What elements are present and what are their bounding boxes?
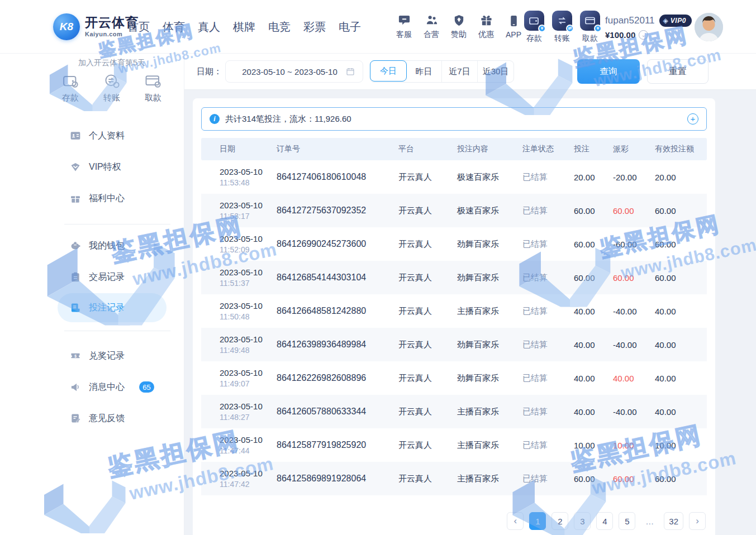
nav-live[interactable]: 真人 — [198, 20, 220, 35]
main-nav: 首页 体育 真人 棋牌 电竞 彩票 电子 — [127, 0, 361, 54]
range-7days-button[interactable]: 近7日 — [442, 61, 478, 82]
filter-bar: 日期： 2023-05-10 ~ 2023-05-10 今日 昨日 近7日 近3… — [184, 54, 756, 90]
pagination: ‹ 1 2 3 4 5 … 32 › — [201, 512, 707, 530]
date-range-value: 2023-05-10 ~ 2023-05-10 — [234, 67, 346, 77]
range-yesterday-button[interactable]: 昨日 — [406, 61, 442, 82]
sidebar-item-welfare[interactable]: 福利中心 — [58, 184, 167, 213]
header-quick-icons: 客服 合营 赞助 优惠 APP — [393, 0, 524, 54]
card-3d-icon: ¥ — [580, 11, 600, 31]
table-row: 2023-05-1011:47:42 864125869891928064 开云… — [201, 462, 707, 495]
nav-home[interactable]: 首页 — [127, 20, 150, 35]
deposit-badge-icon: ¥ — [538, 25, 546, 32]
svg-text:$: $ — [74, 354, 77, 359]
table-row: 2023-05-1011:53:48 864127406180610048 开云… — [201, 160, 707, 194]
piggy-bank-icon — [70, 240, 81, 251]
partners-icon — [425, 14, 438, 27]
sidebar-item-transactions[interactable]: 交易记录 — [58, 262, 167, 292]
bet-record-icon — [70, 302, 81, 313]
range-30days-button[interactable]: 近30日 — [478, 61, 513, 82]
deposit-button[interactable]: ¥ 存款 — [523, 11, 545, 44]
sidebar-item-prize-records[interactable]: $ 兑奖记录 — [58, 341, 167, 370]
nav-sports[interactable]: 体育 — [163, 20, 185, 35]
pagination-page-2[interactable]: 2 — [551, 512, 568, 530]
sidebar-deposit-button[interactable]: 存款 — [54, 73, 87, 103]
transfer-icon — [103, 73, 120, 89]
sponsor-label: 赞助 — [451, 30, 467, 40]
pagination-page-1[interactable]: 1 — [529, 512, 546, 530]
records-card: i 共计314笔投注，流水：11,926.60 + 日期 订单号 平台 投注内容… — [193, 98, 715, 535]
nav-lottery[interactable]: 彩票 — [303, 20, 326, 35]
username: fupan52011 — [605, 15, 655, 26]
phone-icon — [507, 15, 520, 27]
withdraw-badge-icon: ¥ — [594, 25, 602, 32]
wallet-actions: ¥ 存款 ⇄ 转账 ¥ 取款 — [523, 0, 601, 54]
table-row: 2023-05-1011:49:07 864126226982608896 开云… — [201, 361, 707, 395]
partners-button[interactable]: 合营 — [421, 14, 442, 40]
promotions-button[interactable]: 优惠 — [476, 14, 497, 40]
id-card-icon — [70, 130, 81, 141]
nav-electronic[interactable]: 电子 — [339, 20, 361, 35]
table-row: 2023-05-1011:47:44 864125877919825920 开云… — [201, 428, 707, 462]
transfer-3d-icon: ⇄ — [552, 11, 572, 31]
sidebar-divider — [64, 224, 170, 224]
app-label: APP — [506, 30, 521, 39]
sidebar-item-bet-records[interactable]: 投注记录 — [58, 293, 167, 322]
pagination-page-32[interactable]: 32 — [664, 512, 683, 530]
clipboard-icon — [70, 271, 81, 283]
sidebar-divider — [64, 331, 170, 331]
vip-badge[interactable]: ◈ VIP0 — [659, 15, 692, 27]
sidebar: 加入开云体育第5天 存款 转账 取款 个人资料 VIP特权 福利中心 我的钱包 … — [0, 54, 184, 535]
pagination-page-5[interactable]: 5 — [619, 512, 635, 530]
withdraw-button[interactable]: ¥ 取款 — [579, 11, 601, 44]
pagination-next[interactable]: › — [689, 512, 706, 530]
sidebar-quick-actions: 存款 转账 取款 — [54, 73, 170, 103]
summary-bar: i 共计314笔投注，流水：11,926.60 + — [201, 107, 707, 131]
summary-text: 共计314笔投注，流水：11,926.60 — [225, 114, 682, 125]
date-range-input[interactable]: 2023-05-10 ~ 2023-05-10 — [225, 60, 363, 83]
avatar[interactable] — [695, 13, 723, 41]
pagination-page-4[interactable]: 4 — [596, 512, 613, 530]
vip-diamond-icon — [70, 161, 81, 173]
pagination-page-3[interactable]: 3 — [574, 512, 591, 530]
deposit-label: 存款 — [526, 34, 542, 44]
sidebar-transfer-button[interactable]: 转账 — [95, 73, 129, 103]
table-row: 2023-05-1011:48:27 864126057880633344 开云… — [201, 395, 707, 428]
balance-dropdown-icon[interactable]: ⌄ — [639, 30, 648, 40]
megaphone-icon — [70, 381, 81, 393]
sidebar-withdraw-button[interactable]: 取款 — [136, 73, 170, 103]
sidebar-item-feedback[interactable]: 意见反馈 — [58, 404, 167, 433]
reset-button[interactable]: 重置 — [647, 59, 709, 84]
search-button[interactable]: 查询 — [577, 59, 640, 84]
info-icon: i — [210, 114, 220, 124]
logo-mark-icon: K8 — [53, 13, 80, 40]
unread-count-badge: 65 — [139, 381, 154, 393]
date-label: 日期： — [197, 66, 222, 77]
transfer-button[interactable]: ⇄ 转账 — [551, 11, 573, 44]
table-body: 2023-05-1011:53:48 864127406180610048 开云… — [201, 160, 707, 495]
range-today-button[interactable]: 今日 — [370, 60, 407, 82]
sponsor-button[interactable]: 赞助 — [448, 14, 469, 40]
nav-esports[interactable]: 电竞 — [268, 20, 291, 35]
site-logo[interactable]: K8 开云体育 Kaiyun.com — [53, 13, 139, 40]
pagination-prev[interactable]: ‹ — [507, 512, 524, 530]
table-header-row: 日期 订单号 平台 投注内容 注单状态 投注 派彩 有效投注额 — [201, 138, 707, 160]
partners-label: 合营 — [424, 30, 439, 40]
vip-diamond-icon: ◈ — [663, 17, 668, 25]
wallet-icon — [62, 73, 79, 89]
badge-icon — [453, 14, 465, 27]
app-download-button[interactable]: APP — [503, 15, 524, 39]
expand-plus-icon[interactable]: + — [687, 113, 698, 125]
pagination-ellipsis: … — [641, 512, 658, 530]
sidebar-item-messages[interactable]: 消息中心 65 — [58, 372, 167, 402]
main-content: 日期： 2023-05-10 ~ 2023-05-10 今日 昨日 近7日 近3… — [184, 54, 756, 535]
transfer-label: 转账 — [554, 34, 570, 44]
table-row: 2023-05-1011:52:09 864126990245273600 开云… — [201, 227, 707, 261]
sidebar-item-profile[interactable]: 个人资料 — [58, 121, 167, 150]
nav-cards[interactable]: 棋牌 — [233, 20, 255, 35]
promotions-label: 优惠 — [478, 30, 494, 40]
sidebar-item-vip[interactable]: VIP特权 — [58, 152, 167, 181]
ticket-icon: $ — [70, 350, 81, 361]
customer-service-button[interactable]: 客服 — [393, 14, 415, 40]
calendar-icon — [346, 67, 355, 76]
sidebar-item-wallet[interactable]: 我的钱包 — [58, 231, 167, 260]
